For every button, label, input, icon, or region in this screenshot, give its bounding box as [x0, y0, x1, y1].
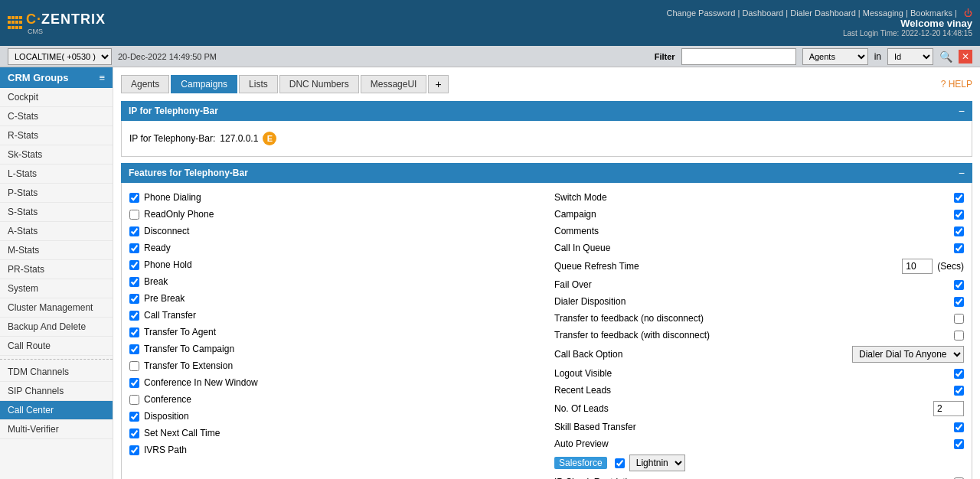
checkbox-transfer-agent[interactable] — [129, 327, 139, 337]
ip-section: IP for Telephony-Bar − IP for Telephony-… — [121, 101, 972, 157]
feature-ready: Ready — [129, 240, 539, 256]
sidebar-item-multiver[interactable]: Multi-Verifier — [0, 420, 113, 439]
checkbox-switch-mode[interactable] — [954, 193, 964, 203]
nav-change-password[interactable]: Change Password — [667, 8, 736, 18]
sidebar-item-callroute[interactable]: Call Route — [0, 337, 113, 356]
feature-phone-hold: Phone Hold — [129, 256, 539, 273]
checkbox-phone-hold[interactable] — [129, 260, 139, 270]
callback-option-select[interactable]: Dialer Dial To Anyone Option 2 — [852, 346, 964, 363]
power-icon[interactable]: ⏻ — [964, 8, 972, 18]
checkbox-call-transfer[interactable] — [129, 311, 139, 321]
checkbox-skill-based-transfer[interactable] — [954, 422, 964, 432]
feature-auto-preview: Auto Preview — [554, 435, 964, 452]
sidebar-item-skstats[interactable]: Sk-Stats — [0, 145, 113, 165]
filter-input[interactable] — [681, 48, 796, 65]
sidebar-item-mstats[interactable]: M-Stats — [0, 241, 113, 260]
label-conference: Conference — [144, 394, 191, 405]
label-ready: Ready — [144, 243, 171, 253]
filter-type-select[interactable]: Agents Campaigns Groups — [802, 48, 868, 65]
checkbox-comments[interactable] — [954, 226, 964, 236]
sidebar-item-sip[interactable]: SIP Channels — [0, 382, 113, 401]
sidebar-item-pstats[interactable]: P-Stats — [0, 184, 113, 203]
checkbox-disposition[interactable] — [129, 412, 139, 422]
feature-comments: Comments — [554, 223, 964, 240]
sidebar-item-prstats[interactable]: PR-Stats — [0, 260, 113, 279]
nav-dialer-dashboard[interactable]: Dialer Dashboard — [790, 8, 856, 18]
feature-recent-leads: Recent Leads — [554, 382, 964, 399]
sidebar-item-cluster[interactable]: Cluster Management — [0, 298, 113, 318]
sidebar-collapse-icon[interactable]: ≡ — [99, 72, 105, 83]
sidebar-item-rstats[interactable]: R-Stats — [0, 126, 113, 145]
label-switch-mode: Switch Mode — [554, 192, 949, 203]
features-left-col: Phone Dialing ReadOnly Phone Disconnect — [129, 189, 539, 479]
filter-label: Filter — [655, 52, 675, 61]
checkbox-dialer-disposition[interactable] — [954, 297, 964, 307]
ip-section-body: IP for Telephony-Bar: 127.0.0.1 E — [121, 121, 972, 157]
nav-bookmarks[interactable]: Bookmarks — [910, 8, 952, 18]
sidebar-item-cockpit[interactable]: Cockpit — [0, 88, 113, 107]
logo-cms: CMS — [28, 28, 106, 35]
content-area: Agents Campaigns Lists DNC Numbers Messa… — [113, 67, 980, 479]
checkbox-conference-new-window[interactable] — [129, 378, 139, 388]
checkbox-call-in-queue[interactable] — [954, 243, 964, 253]
feature-fail-over: Fail Over — [554, 276, 964, 293]
checkbox-break[interactable] — [129, 277, 139, 287]
checkbox-transfer-campaign[interactable] — [129, 344, 139, 354]
salesforce-dropdown[interactable]: Lightnin Classic — [629, 455, 685, 471]
sidebar-item-backup[interactable]: Backup And Delete — [0, 318, 113, 337]
checkbox-logout-visible[interactable] — [954, 369, 964, 379]
nav-messaging[interactable]: Messaging — [863, 8, 903, 18]
checkbox-ready[interactable] — [129, 243, 139, 253]
tab-messageui[interactable]: MessageUI — [361, 75, 427, 93]
checkbox-set-next-call[interactable] — [129, 428, 139, 438]
label-disposition: Disposition — [144, 411, 189, 422]
tab-add-button[interactable]: + — [428, 75, 448, 93]
nav-dashboard[interactable]: Dashboard — [742, 8, 783, 18]
feature-dialer-disposition: Dialer Disposition — [554, 293, 964, 310]
ip-edit-button[interactable]: E — [263, 132, 276, 145]
sidebar-item-callcenter[interactable]: Call Center — [0, 401, 113, 420]
sidebar-item-sstats[interactable]: S-Stats — [0, 203, 113, 222]
sidebar-item-cstats[interactable]: C-Stats — [0, 107, 113, 126]
feature-pre-break: Pre Break — [129, 290, 539, 307]
checkbox-recent-leads[interactable] — [954, 386, 964, 396]
feature-disposition: Disposition — [129, 408, 539, 425]
checkbox-fail-over[interactable] — [954, 280, 964, 290]
queue-refresh-input[interactable] — [902, 259, 933, 274]
feature-disconnect: Disconnect — [129, 223, 539, 240]
checkbox-campaign[interactable] — [954, 210, 964, 220]
checkbox-transfer-extension[interactable] — [129, 361, 139, 371]
label-recent-leads: Recent Leads — [554, 385, 949, 396]
checkbox-disconnect[interactable] — [129, 226, 139, 236]
tab-campaigns[interactable]: Campaigns — [171, 75, 237, 93]
features-section-collapse[interactable]: − — [959, 167, 965, 179]
tab-lists[interactable]: Lists — [239, 75, 278, 93]
checkbox-transfer-feedback-disconnect[interactable] — [954, 331, 964, 341]
ip-value: 127.0.0.1 — [220, 133, 258, 144]
tab-dnc-numbers[interactable]: DNC Numbers — [279, 75, 359, 93]
checkbox-salesforce[interactable] — [615, 458, 625, 468]
checkbox-readonly-phone[interactable] — [129, 210, 139, 220]
label-phone-dialing: Phone Dialing — [144, 192, 201, 203]
ip-section-header: IP for Telephony-Bar − — [121, 101, 972, 121]
checkbox-auto-preview[interactable] — [954, 439, 964, 449]
checkbox-transfer-feedback-no-disconnect[interactable] — [954, 314, 964, 324]
feature-phone-dialing: Phone Dialing — [129, 189, 539, 206]
timezone-select[interactable]: LOCALTIME( +0530 ) — [8, 48, 112, 65]
sidebar-item-astats[interactable]: A-Stats — [0, 222, 113, 241]
ip-section-collapse[interactable]: − — [959, 105, 965, 117]
checkbox-ivrs-path[interactable] — [129, 445, 139, 455]
checkbox-phone-dialing[interactable] — [129, 193, 139, 203]
checkbox-pre-break[interactable] — [129, 294, 139, 304]
filter-id-select[interactable]: Id Name — [887, 48, 933, 65]
filter-clear-button[interactable]: ✕ — [959, 50, 972, 64]
sidebar-item-tdm[interactable]: TDM Channels — [0, 363, 113, 382]
tab-agents[interactable]: Agents — [121, 75, 169, 93]
filter-search-button[interactable]: 🔍 — [939, 51, 952, 63]
sidebar-item-system[interactable]: System — [0, 279, 113, 298]
sidebar-item-lstats[interactable]: L-Stats — [0, 165, 113, 184]
sidebar: CRM Groups ≡ Cockpit C-Stats R-Stats Sk-… — [0, 67, 113, 479]
help-button[interactable]: ? HELP — [941, 79, 972, 90]
checkbox-conference[interactable] — [129, 395, 139, 405]
no-of-leads-input[interactable] — [933, 401, 964, 416]
